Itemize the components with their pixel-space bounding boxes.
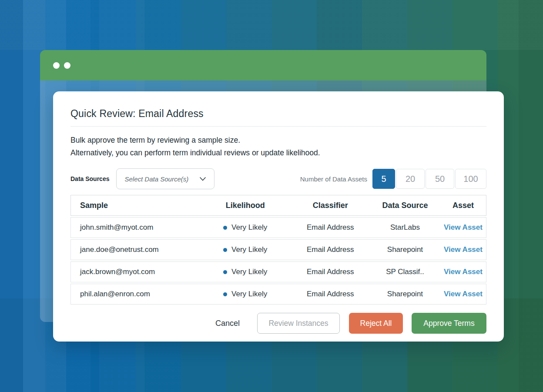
table-header-row: Sample Likelihood Classifier Data Source…	[70, 195, 486, 216]
header-asset: Asset	[440, 201, 486, 210]
number-of-data-assets-label: Number of Data Assets	[300, 175, 367, 183]
cell-classifier: Email Address	[291, 245, 370, 254]
cell-sample: john.smith@myot.com	[71, 223, 200, 232]
header-data-source: Data Source	[370, 201, 440, 210]
cell-likelihood: Very Likely	[200, 245, 291, 254]
segment-option-20[interactable]: 20	[396, 169, 425, 189]
cell-data-source: Sharepoint	[370, 245, 440, 254]
data-sources-dropdown[interactable]: Select Data Source(s)	[116, 168, 215, 189]
likelihood-text: Very Likely	[231, 223, 267, 232]
likelihood-text: Very Likely	[231, 290, 267, 298]
cell-likelihood: Very Likely	[200, 268, 291, 276]
controls-row: Data Sources Select Data Source(s) Numbe…	[70, 168, 486, 189]
cell-sample: phil.alan@enron.com	[71, 290, 200, 298]
likelihood-dot-icon	[223, 270, 227, 274]
sample-review-table: Sample Likelihood Classifier Data Source…	[70, 195, 486, 305]
modal-footer: Cancel Review Instances Reject All Appro…	[70, 313, 486, 334]
header-classifier: Classifier	[291, 201, 370, 210]
segment-option-50[interactable]: 50	[426, 169, 454, 189]
likelihood-dot-icon	[223, 226, 227, 230]
segment-option-5[interactable]: 5	[372, 169, 395, 189]
cell-data-source: Sharepoint	[370, 290, 440, 298]
view-asset-link[interactable]: View Asset	[444, 268, 483, 276]
view-asset-link[interactable]: View Asset	[444, 223, 483, 232]
cell-classifier: Email Address	[291, 268, 370, 276]
description-line-1: Bulk approve the term by reviewing a sam…	[70, 134, 486, 147]
view-asset-link[interactable]: View Asset	[444, 245, 483, 254]
browser-titlebar	[40, 50, 486, 80]
modal-title: Quick Review: Email Address	[70, 108, 486, 120]
title-divider	[70, 126, 486, 127]
cell-sample: jane.doe@onetrust.com	[71, 245, 200, 254]
likelihood-dot-icon	[223, 292, 227, 296]
header-likelihood: Likelihood	[200, 201, 291, 210]
cancel-button[interactable]: Cancel	[215, 313, 240, 334]
review-instances-button[interactable]: Review Instances	[257, 313, 340, 334]
table-row: jack.brown@myot.com Very Likely Email Ad…	[70, 261, 486, 282]
cell-data-source: SP Classif..	[370, 268, 440, 276]
reject-all-button[interactable]: Reject All	[349, 313, 403, 334]
view-asset-link[interactable]: View Asset	[444, 290, 483, 298]
likelihood-text: Very Likely	[231, 245, 267, 254]
table-row: phil.alan@enron.com Very Likely Email Ad…	[70, 284, 486, 305]
dropdown-placeholder: Select Data Source(s)	[124, 175, 188, 183]
likelihood-text: Very Likely	[231, 268, 267, 276]
bg-tile	[519, 0, 543, 392]
modal-description: Bulk approve the term by reviewing a sam…	[70, 134, 486, 159]
cell-data-source: StarLabs	[370, 223, 440, 232]
segment-option-100[interactable]: 100	[455, 169, 486, 189]
cell-sample: jack.brown@myot.com	[71, 268, 200, 276]
quick-review-modal: Quick Review: Email Address Bulk approve…	[53, 91, 504, 342]
cell-likelihood: Very Likely	[200, 223, 291, 232]
data-sources-label: Data Sources	[70, 175, 109, 182]
description-line-2: Alternatively, you can perform term indi…	[70, 147, 486, 159]
cell-classifier: Email Address	[291, 223, 370, 232]
bg-tile	[0, 0, 23, 392]
table-row: jane.doe@onetrust.com Very Likely Email …	[70, 239, 486, 260]
header-sample: Sample	[71, 201, 200, 210]
approve-terms-button[interactable]: Approve Terms	[412, 313, 486, 334]
likelihood-dot-icon	[223, 248, 227, 252]
data-assets-segmented-control: 5 20 50 100	[372, 169, 486, 189]
cell-classifier: Email Address	[291, 290, 370, 298]
window-control-dot[interactable]	[53, 62, 60, 69]
table-row: john.smith@myot.com Very Likely Email Ad…	[70, 217, 486, 238]
window-control-dot[interactable]	[64, 62, 70, 69]
chevron-down-icon	[199, 175, 206, 182]
cell-likelihood: Very Likely	[200, 290, 291, 298]
